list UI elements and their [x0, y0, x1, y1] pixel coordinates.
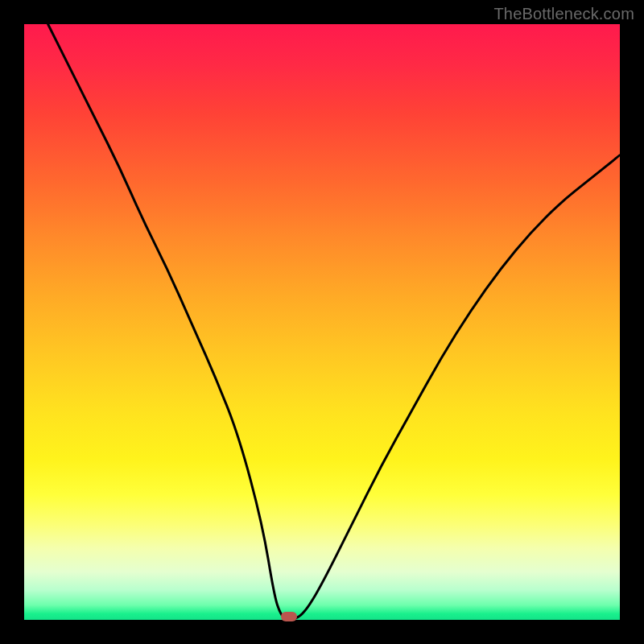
watermark-text: TheBottleneck.com — [493, 5, 634, 23]
chart-frame: TheBottleneck.com — [0, 0, 644, 644]
optimum-marker — [281, 612, 297, 621]
bottleneck-curve — [24, 24, 620, 620]
